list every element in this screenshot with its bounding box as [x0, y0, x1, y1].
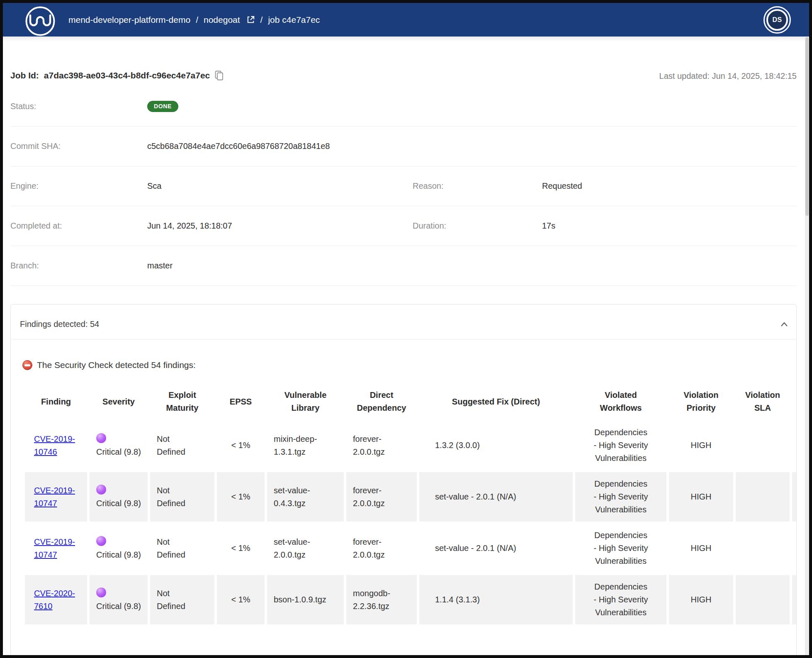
scrollbar-thumb[interactable] [805, 37, 809, 216]
job-id-value: a7dac398-ae03-43c4-b8df-c96ec4e7a7ec [44, 71, 210, 80]
mend-logo[interactable] [24, 5, 56, 37]
violated-workflows-cell: Dependencies - High Severity Vulnerabili… [575, 575, 666, 624]
findings-panel: Findings detected: 54 The Security Check… [10, 304, 797, 658]
findings-panel-header[interactable]: Findings detected: 54 [11, 305, 796, 339]
engine-label: Engine: [10, 181, 147, 191]
epss-cell: < 1% [217, 524, 265, 573]
vulnerable-library-cell: set-value-2.0.0.tgz [267, 524, 344, 573]
cve-link[interactable]: CVE-2019-10746 [34, 434, 75, 456]
col-direct-dependency: Direct Dependency [346, 385, 417, 419]
suggested-fix-cell: set-value - 2.0.1 (N/A) [419, 524, 573, 573]
violated-workflows-cell: Dependencies - High Severity Vulnerabili… [575, 421, 666, 470]
vulnerable-library-cell: set-value-0.4.3.tgz [267, 472, 344, 522]
top-navbar: mend-developer-platform-demo / nodegoat … [3, 3, 809, 37]
severity-cell: Critical (9.8) [90, 524, 148, 573]
violation-sla-cell [736, 524, 790, 573]
suggested-fix-cell: 1.1.4 (3.1.3) [419, 575, 573, 624]
branch-label: Branch: [10, 261, 147, 271]
breadcrumb-separator: / [260, 15, 263, 25]
col-suggested-fix: Suggested Fix (Direct) [419, 385, 573, 419]
epss-cell: < 1% [217, 575, 265, 624]
findings-table: Finding Severity Exploit Maturity EPSS V… [22, 383, 796, 626]
completed-at-label: Completed at: [10, 221, 147, 231]
avatar-initials: DS [766, 9, 788, 31]
col-violation-sla: Violation SLA [736, 385, 790, 419]
user-avatar[interactable]: DS [763, 6, 791, 34]
finding-row: CVE-2020-7610 Critical (9.8) Not Defined… [25, 575, 796, 624]
violation-priority-cell: HIGH [669, 575, 733, 624]
issue-cell[interactable]: # [792, 575, 796, 624]
direct-dependency-cell: mongodb-2.2.36.tgz [346, 575, 417, 624]
violation-priority-cell: HIGH [669, 472, 733, 522]
page-scrollbar[interactable] [805, 37, 809, 655]
col-epss: EPSS [217, 385, 265, 419]
severity-critical-icon [96, 485, 106, 495]
navbar-shadow [3, 37, 809, 41]
reason-label: Reason: [413, 181, 542, 191]
job-detail-page: Job Id: a7dac398-ae03-43c4-b8df-c96ec4e7… [3, 71, 809, 658]
copy-icon[interactable] [215, 71, 224, 80]
finding-row: CVE-2019-10747 Critical (9.8) Not Define… [25, 524, 796, 573]
col-violation-priority: Violation Priority [669, 385, 733, 419]
finding-row: CVE-2019-10747 Critical (9.8) Not Define… [25, 472, 796, 522]
direct-dependency-cell: forever-2.0.0.tgz [346, 421, 417, 470]
findings-title: Findings detected: 54 [20, 319, 99, 329]
findings-table-wrap: Finding Severity Exploit Maturity EPSS V… [22, 383, 796, 626]
app-window: { "nav": { "breadcrumb": { "project": "m… [0, 0, 812, 658]
severity-critical-icon [96, 433, 106, 443]
col-exploit-maturity: Exploit Maturity [150, 385, 214, 419]
violation-sla-cell [736, 472, 790, 522]
breadcrumb: mend-developer-platform-demo / nodegoat … [68, 15, 320, 25]
severity-critical-icon [96, 587, 106, 597]
status-row: Status: DONE [10, 87, 797, 127]
table-header-row: Finding Severity Exploit Maturity EPSS V… [25, 385, 796, 419]
breadcrumb-project[interactable]: mend-developer-platform-demo [68, 15, 190, 25]
last-updated: Last updated: Jun 14, 2025, 18:42:15 [659, 71, 797, 81]
duration-label: Duration: [413, 221, 542, 231]
col-severity: Severity [90, 385, 148, 419]
direct-dependency-cell: forever-2.0.0.tgz [346, 472, 417, 522]
engine-reason-row: Engine: Sca Reason: Requested [10, 166, 797, 206]
violation-priority-cell: HIGH [669, 524, 733, 573]
col-violated-workflows: Violated Workflows [575, 385, 666, 419]
suggested-fix-cell: 1.3.2 (3.0.0) [419, 421, 573, 470]
violated-workflows-cell: Dependencies - High Severity Vulnerabili… [575, 524, 666, 573]
commit-row: Commit SHA: c5cb68a7084e4ae7dcc60e6a9876… [10, 127, 797, 166]
direct-dependency-cell: forever-2.0.0.tgz [346, 524, 417, 573]
engine-value: Sca [147, 181, 413, 191]
security-check-message: The Security Check detected 54 findings: [37, 360, 196, 370]
severity-cell: Critical (9.8) [90, 472, 148, 522]
completed-at-value: Jun 14, 2025, 18:18:07 [147, 221, 413, 231]
issue-cell[interactable]: # [792, 472, 796, 522]
duration-value: 17s [542, 221, 797, 231]
cve-link[interactable]: CVE-2019-10747 [34, 486, 75, 508]
branch-row: Branch: master [10, 246, 797, 286]
job-id-row: Job Id: a7dac398-ae03-43c4-b8df-c96ec4e7… [10, 71, 797, 87]
vulnerable-library-cell: mixin-deep-1.3.1.tgz [267, 421, 344, 470]
violated-workflows-cell: Dependencies - High Severity Vulnerabili… [575, 472, 666, 522]
security-check-alert: The Security Check detected 54 findings: [22, 360, 796, 370]
commit-sha-value: c5cb68a7084e4ae7dcc60e6a98768720a81841e8 [147, 141, 413, 151]
breadcrumb-job: job c4e7a7ec [268, 15, 320, 25]
cve-link[interactable]: CVE-2019-10747 [34, 537, 75, 559]
exploit-maturity-cell: Not Defined [150, 575, 214, 624]
severity-cell: Critical (9.8) [90, 575, 148, 624]
exploit-maturity-cell: Not Defined [150, 421, 214, 470]
status-badge: DONE [147, 101, 178, 112]
issue-cell[interactable]: # [792, 524, 796, 573]
violation-sla-cell [736, 421, 790, 470]
cve-link[interactable]: CVE-2020-7610 [34, 589, 75, 611]
breadcrumb-repo[interactable]: nodegoat [204, 15, 240, 25]
chevron-up-icon[interactable] [780, 322, 788, 327]
col-finding: Finding [25, 385, 87, 419]
vulnerable-library-cell: bson-1.0.9.tgz [267, 575, 344, 624]
findings-panel-body: The Security Check detected 54 findings:… [11, 360, 796, 639]
issue-cell[interactable]: # [792, 421, 796, 470]
violation-priority-cell: HIGH [669, 421, 733, 470]
reason-value: Requested [542, 181, 797, 191]
col-vulnerable-library: Vulnerable Library [267, 385, 344, 419]
severity-cell: Critical (9.8) [90, 421, 148, 470]
violation-sla-cell [736, 575, 790, 624]
exploit-maturity-cell: Not Defined [150, 472, 214, 522]
external-link-icon[interactable] [246, 15, 255, 24]
